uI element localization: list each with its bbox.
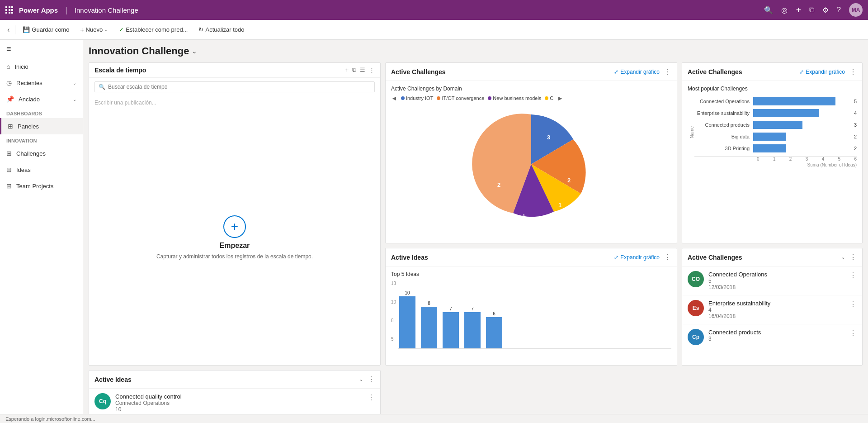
challenge-item-menu-0[interactable]: ⋮ xyxy=(849,271,857,280)
challenges-list-dropdown[interactable]: ⌄ xyxy=(841,255,845,260)
page-header: Innovation Challenge ⌄ xyxy=(89,45,863,62)
status-text: Esperando a login.microsoftonline.com... xyxy=(5,416,95,422)
grid-icon[interactable] xyxy=(5,6,14,14)
pie-label-2b: 2 xyxy=(497,181,500,188)
pie-expand-button[interactable]: ⤢ Expandir gráfico xyxy=(614,69,660,75)
challenge-avatar-0: CO xyxy=(688,271,704,287)
ideas-chart-subtitle: Top 5 Ideas xyxy=(391,271,671,277)
save-label: Guardar como xyxy=(32,26,69,33)
popular-subtitle: Most popular Challenges xyxy=(688,86,857,92)
challenge-list-item-1: Es Enterprise sustainability 4 16/04/201… xyxy=(682,295,862,324)
challenges-list-menu-button[interactable]: ⋮ xyxy=(849,253,857,261)
refresh-button[interactable]: ↻ Actualizar todo xyxy=(195,24,248,35)
pie-label-1b: 1 xyxy=(522,213,525,220)
hamburger-icon: ≡ xyxy=(6,44,11,54)
timeline-start-title: Empezar xyxy=(220,242,250,250)
popular-challenges-card: Active Challenges ⤢ Expandir gráfico ⋮ M… xyxy=(682,62,863,243)
popular-expand-button[interactable]: ⤢ Expandir gráfico xyxy=(799,69,845,75)
pin-icon: 📌 xyxy=(6,95,14,103)
new-dropdown-icon[interactable]: ⌄ xyxy=(104,27,108,32)
timeline-list-icon[interactable]: ☰ xyxy=(360,67,365,74)
challenge-item-menu-2[interactable]: ⋮ xyxy=(849,329,857,337)
ideas-bar-1: 8 xyxy=(420,281,438,348)
sidebar-item-paneles[interactable]: ⊞ Paneles xyxy=(0,118,83,134)
set-default-button[interactable]: ✓ Establecer como pred... xyxy=(115,24,191,35)
home-icon: ⌂ xyxy=(6,63,10,70)
sidebar-item-anclado[interactable]: 📌 Anclado ⌄ xyxy=(0,91,83,107)
filter-icon[interactable]: ⧉ xyxy=(809,6,814,14)
cmd-separator-1 xyxy=(15,25,15,34)
bar-row-4: 3D Printing 2 xyxy=(694,144,857,152)
target-icon[interactable]: ◎ xyxy=(781,6,788,14)
nav-separator: | xyxy=(65,5,67,15)
bar-label-2: Connected products xyxy=(694,122,753,128)
legend-item-1: Industry IOT xyxy=(401,95,434,101)
bar-row-3: Big data 2 xyxy=(694,133,857,141)
challenges-list-actions: ⌄ ⋮ xyxy=(841,253,857,261)
legend-nav-next[interactable]: ► xyxy=(557,95,563,102)
team-icon: ⊞ xyxy=(6,182,12,190)
back-button[interactable]: ‹ xyxy=(5,24,11,36)
idea-sub2-0: 10 xyxy=(115,406,363,413)
sidebar-item-recientes[interactable]: ◷ Recientes ⌄ xyxy=(0,75,83,91)
ideas-list-dropdown[interactable]: ⌄ xyxy=(359,377,363,382)
bar-value-3: 2 xyxy=(854,134,857,139)
add-icon[interactable]: + xyxy=(796,5,801,15)
avatar[interactable]: MA xyxy=(849,3,863,17)
new-button[interactable]: + Nuevo ⌄ xyxy=(76,24,112,35)
content-area: Innovation Challenge ⌄ Active Challenges… xyxy=(83,40,868,423)
bar-row-0: Connected Operations 5 xyxy=(694,97,857,105)
anclado-chevron: ⌄ xyxy=(73,97,76,102)
expand-icon: ⤢ xyxy=(614,69,618,75)
challenge-name-1: Enterprise sustainability xyxy=(708,300,845,307)
timeline-menu-icon[interactable]: ⋮ xyxy=(369,67,375,74)
challenge-avatar-1: Es xyxy=(688,300,704,316)
ideas-bar-3: 7 xyxy=(463,281,481,348)
command-bar: ‹ 💾 Guardar como + Nuevo ⌄ ✓ Establecer … xyxy=(0,20,868,40)
sidebar-menu-toggle[interactable]: ≡ xyxy=(0,40,83,58)
timeline-search-icon: 🔍 xyxy=(99,84,105,90)
sidebar-item-inicio[interactable]: ⌂ Inicio xyxy=(0,58,83,75)
sidebar-ideas-label: Ideas xyxy=(16,166,31,173)
dashboard-grid: Active Challenges ⤢ Expandir gráfico ⋮ A… xyxy=(89,62,863,423)
idea-item-menu-0[interactable]: ⋮ xyxy=(368,393,375,402)
challenge-item-menu-1[interactable]: ⋮ xyxy=(849,300,857,309)
help-icon[interactable]: ? xyxy=(837,6,841,14)
popular-card-header: Active Challenges ⤢ Expandir gráfico ⋮ xyxy=(682,63,862,81)
page-title: Innovation Challenge xyxy=(89,45,189,57)
search-icon[interactable]: 🔍 xyxy=(764,6,773,14)
popular-card-menu-button[interactable]: ⋮ xyxy=(849,67,857,76)
pie-card-body: Active Challenges by Domain ◄ Industry I… xyxy=(386,81,677,243)
challenge-date-1: 16/04/2018 xyxy=(708,313,845,319)
ideas-expand-button[interactable]: ⤢ Expandir gráfico xyxy=(614,254,660,261)
save-button[interactable]: 💾 Guardar como xyxy=(19,24,73,35)
sidebar-item-challenges[interactable]: ⊞ Challenges xyxy=(0,145,83,162)
pie-card-menu-button[interactable]: ⋮ xyxy=(664,67,671,76)
pie-label-2a: 2 xyxy=(567,177,571,184)
settings-icon[interactable]: ⚙ xyxy=(822,6,829,14)
legend-nav-prev[interactable]: ◄ xyxy=(391,95,397,102)
sidebar-inicio-label: Inicio xyxy=(14,63,28,70)
ideas-list-menu-button[interactable]: ⋮ xyxy=(368,375,375,384)
popular-card-title: Active Challenges xyxy=(688,68,799,76)
challenge-count-1: 4 xyxy=(708,307,845,313)
sidebar-item-ideas[interactable]: ⊞ Ideas xyxy=(0,162,83,178)
challenge-content-1: Enterprise sustainability 4 16/04/2018 xyxy=(708,300,845,319)
legend-item-3: New business models xyxy=(488,95,541,101)
ideas-chart-actions: ⤢ Expandir gráfico ⋮ xyxy=(614,253,671,261)
timeline-add-icon[interactable]: + xyxy=(345,67,349,74)
ideas-chart-menu-button[interactable]: ⋮ xyxy=(664,253,671,261)
ideas-bar-0: 10 xyxy=(398,281,416,348)
timeline-filter-icon[interactable]: ⧉ xyxy=(352,67,356,74)
sidebar-anclado-label: Anclado xyxy=(19,96,40,103)
bar-label-0: Connected Operations xyxy=(694,99,753,104)
x-axis-label: Suma (Number of Ideas) xyxy=(694,162,857,167)
timeline-publish[interactable]: Escribir una publicación... xyxy=(89,96,380,109)
challenges-list-body: CO Connected Operations 5 12/03/2018 ⋮ E… xyxy=(682,266,862,365)
timeline-search-input[interactable] xyxy=(108,84,371,90)
sidebar-item-team-projects[interactable]: ⊞ Team Projects xyxy=(0,178,83,194)
timeline-start-button[interactable]: + xyxy=(223,215,246,238)
new-label: Nuevo xyxy=(86,26,103,33)
page-title-chevron[interactable]: ⌄ xyxy=(192,48,197,55)
idea-avatar-0: Cq xyxy=(94,393,111,409)
